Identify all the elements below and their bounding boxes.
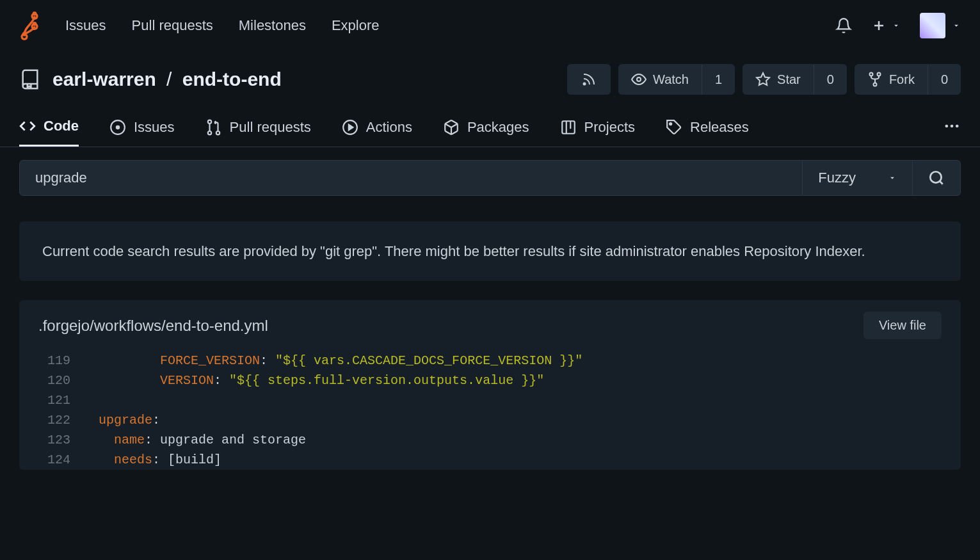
- search-bar: Fuzzy: [19, 160, 961, 196]
- svg-point-7: [877, 73, 880, 76]
- user-menu[interactable]: [920, 13, 961, 38]
- search-button[interactable]: [913, 160, 961, 196]
- svg-point-8: [873, 83, 876, 86]
- star-icon: [755, 72, 771, 87]
- line-content: FORCE_VERSION: "${{ vars.CASCADE_DOCS_FO…: [83, 351, 961, 371]
- watch-count[interactable]: 1: [702, 65, 735, 95]
- project-icon: [560, 119, 577, 136]
- code-line: 122 upgrade:: [19, 410, 961, 430]
- tab-pull-requests[interactable]: Pull requests: [205, 109, 311, 146]
- line-number[interactable]: 119: [19, 351, 83, 371]
- svg-point-4: [637, 77, 641, 81]
- svg-point-20: [670, 122, 671, 124]
- star-button[interactable]: Star: [743, 64, 814, 95]
- svg-point-11: [207, 120, 211, 123]
- view-file-button[interactable]: View file: [864, 312, 942, 339]
- chevron-down-icon: [888, 173, 897, 182]
- svg-point-13: [216, 131, 219, 134]
- fork-count[interactable]: 0: [928, 65, 961, 95]
- path-separator: /: [166, 68, 172, 90]
- line-content: needs: [build]: [83, 450, 961, 470]
- code-line: 124 needs: [build]: [19, 450, 961, 470]
- watch-button-group: Watch 1: [618, 64, 735, 95]
- line-number[interactable]: 122: [19, 410, 83, 430]
- avatar: [920, 13, 945, 38]
- svg-point-3: [584, 83, 586, 85]
- line-number[interactable]: 124: [19, 450, 83, 470]
- svg-point-10: [116, 125, 119, 128]
- create-menu[interactable]: [871, 18, 901, 33]
- nav-milestones[interactable]: Milestones: [239, 17, 306, 34]
- nav-issues[interactable]: Issues: [65, 17, 106, 34]
- line-content: name: upgrade and storage: [83, 430, 961, 450]
- svg-rect-17: [562, 121, 575, 134]
- result-header: .forgejo/workflows/end-to-end.yml View f…: [19, 300, 961, 351]
- line-number[interactable]: 121: [19, 390, 83, 410]
- code-line: 123 name: upgrade and storage: [19, 430, 961, 450]
- forgejo-logo-icon: [19, 10, 40, 41]
- code-line: 121: [19, 390, 961, 410]
- logo[interactable]: [19, 10, 40, 41]
- repo-icon: [19, 68, 41, 90]
- tab-code[interactable]: Code: [19, 108, 79, 147]
- search-result: .forgejo/workflows/end-to-end.yml View f…: [19, 300, 961, 470]
- svg-marker-5: [757, 73, 769, 85]
- svg-point-22: [951, 124, 954, 127]
- repo-tabs: Code Issues Pull requests Actions Packag…: [0, 108, 980, 147]
- svg-point-6: [869, 73, 872, 76]
- tab-actions[interactable]: Actions: [342, 109, 412, 146]
- rss-button[interactable]: [567, 64, 611, 95]
- tab-overflow-menu[interactable]: [943, 117, 961, 138]
- svg-point-21: [945, 124, 949, 127]
- play-icon: [342, 119, 358, 136]
- repo-name-link[interactable]: end-to-end: [182, 68, 282, 90]
- line-content: [83, 390, 961, 410]
- repo-owner-link[interactable]: earl-warren: [52, 68, 156, 90]
- line-number[interactable]: 123: [19, 430, 83, 450]
- chevron-down-icon: [952, 21, 961, 30]
- nav-left: Issues Pull requests Milestones Explore: [19, 10, 380, 41]
- repo-title: earl-warren / end-to-end: [19, 68, 282, 90]
- eye-icon: [631, 72, 647, 87]
- nav-pull-requests[interactable]: Pull requests: [132, 17, 213, 34]
- search-section: Fuzzy: [0, 147, 980, 209]
- star-count[interactable]: 0: [814, 65, 847, 95]
- repo-header: earl-warren / end-to-end Watch 1: [0, 51, 980, 108]
- nav-explore[interactable]: Explore: [332, 17, 380, 34]
- svg-point-1: [33, 22, 37, 26]
- code-block: 119 FORCE_VERSION: "${{ vars.CASCADE_DOC…: [19, 351, 961, 470]
- tab-releases[interactable]: Releases: [666, 109, 749, 146]
- line-content: upgrade:: [83, 410, 961, 430]
- star-button-group: Star 0: [743, 64, 847, 95]
- code-icon: [19, 118, 36, 134]
- watch-button[interactable]: Watch: [618, 64, 702, 95]
- ellipsis-icon: [943, 117, 961, 135]
- issue-icon: [109, 119, 126, 136]
- tab-issues[interactable]: Issues: [109, 109, 175, 146]
- top-nav: Issues Pull requests Milestones Explore: [0, 0, 980, 51]
- code-line: 120 VERSION: "${{ steps.full-version.out…: [19, 371, 961, 390]
- line-number[interactable]: 120: [19, 371, 83, 390]
- fork-button-group: Fork 0: [855, 64, 961, 95]
- fork-icon: [867, 72, 883, 87]
- tab-projects[interactable]: Projects: [560, 109, 635, 146]
- line-content: VERSION: "${{ steps.full-version.outputs…: [83, 371, 961, 390]
- result-file-path[interactable]: .forgejo/workflows/end-to-end.yml: [38, 317, 268, 335]
- svg-marker-15: [349, 124, 353, 130]
- tag-icon: [666, 119, 682, 136]
- code-line: 119 FORCE_VERSION: "${{ vars.CASCADE_DOC…: [19, 351, 961, 371]
- search-type-dropdown[interactable]: Fuzzy: [803, 160, 913, 196]
- tab-packages[interactable]: Packages: [443, 109, 529, 146]
- repo-actions: Watch 1 Star 0 Fork 0: [567, 64, 961, 95]
- bell-icon: [835, 17, 852, 34]
- package-icon: [443, 119, 460, 136]
- search-icon: [928, 170, 945, 186]
- notifications-button[interactable]: [835, 17, 852, 34]
- search-input[interactable]: [19, 160, 803, 196]
- pull-request-icon: [205, 119, 222, 136]
- rss-icon: [581, 72, 597, 87]
- fork-button[interactable]: Fork: [855, 64, 928, 95]
- svg-point-24: [930, 172, 941, 182]
- search-notice: Current code search results are provided…: [19, 221, 961, 281]
- svg-point-2: [22, 32, 27, 36]
